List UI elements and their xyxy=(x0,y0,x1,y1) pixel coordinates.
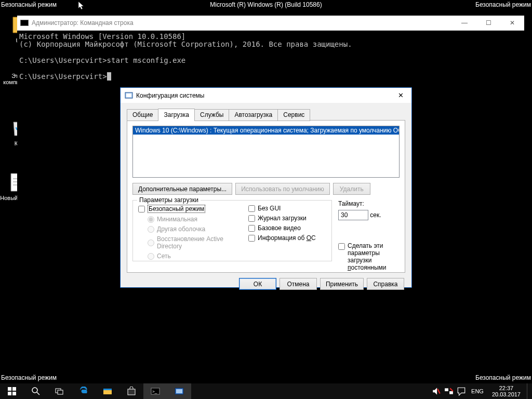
advanced-options-button[interactable]: Дополнительные параметры... xyxy=(132,183,232,195)
svg-rect-21 xyxy=(445,388,448,391)
help-button[interactable]: Справка xyxy=(367,278,404,290)
taskbar-edge-icon[interactable] xyxy=(72,383,96,399)
svg-rect-4 xyxy=(126,94,131,97)
dialog-title: Конфигурация системы xyxy=(136,92,390,99)
safeboot-checkbox[interactable] xyxy=(138,206,145,212)
svg-line-20 xyxy=(437,389,440,394)
tab-services[interactable]: Службы xyxy=(194,109,229,121)
msconfig-dialog: Конфигурация системы ✕ Общие Загрузка Сл… xyxy=(120,87,412,288)
timeout-input[interactable] xyxy=(338,210,368,220)
timeout-label: Таймаут: xyxy=(338,200,400,207)
close-button[interactable]: ✕ xyxy=(500,16,524,31)
ok-button[interactable]: ОК xyxy=(239,278,276,290)
taskbar-msconfig-icon[interactable] xyxy=(167,383,191,399)
delete-button: Удалить xyxy=(333,183,370,195)
minimize-button[interactable]: — xyxy=(453,16,476,31)
tray-network-icon[interactable] xyxy=(444,387,454,396)
dialog-close-button[interactable]: ✕ xyxy=(390,88,411,103)
start-button[interactable] xyxy=(0,383,24,399)
mouse-cursor-icon xyxy=(78,2,85,11)
svg-rect-19 xyxy=(176,389,182,393)
cancel-button[interactable]: Отмена xyxy=(280,278,317,290)
svg-point-9 xyxy=(32,388,37,393)
safemode-label-bl: Безопасный режим xyxy=(1,374,57,381)
boot-entries-listbox[interactable]: Windows 10 (C:\Windows) : Текущая операц… xyxy=(132,126,400,178)
search-button[interactable] xyxy=(24,383,48,399)
tab-general[interactable]: Общие xyxy=(127,109,158,121)
tab-tools[interactable]: Сервис xyxy=(277,109,310,121)
boot-options-legend: Параметры загрузки xyxy=(137,196,201,204)
svg-rect-22 xyxy=(449,391,453,394)
svg-text:>_: >_ xyxy=(152,389,157,394)
safemode-label-tr: Безопасный режим xyxy=(475,1,531,8)
svg-line-23 xyxy=(450,388,453,391)
svg-rect-6 xyxy=(12,387,16,391)
svg-rect-12 xyxy=(58,390,63,394)
apply-button[interactable]: Применить xyxy=(320,278,364,290)
windows-watermark: Microsoft (R) Windows (R) (Build 10586) xyxy=(210,1,322,8)
tray-action-center-icon[interactable] xyxy=(457,387,466,396)
set-default-button: Использовать по умолчанию xyxy=(235,183,330,195)
svg-rect-7 xyxy=(8,392,11,395)
tray-language[interactable]: ENG xyxy=(469,388,486,394)
svg-line-10 xyxy=(37,392,39,395)
tray-volume-icon[interactable] xyxy=(432,387,441,396)
taskbar-cmd-icon[interactable]: >_ xyxy=(143,383,167,399)
svg-rect-14 xyxy=(103,389,112,390)
boot-entry-selected[interactable]: Windows 10 (C:\Windows) : Текущая операц… xyxy=(133,126,399,135)
svg-rect-8 xyxy=(12,392,16,395)
tab-startup[interactable]: Автозагрузка xyxy=(229,109,278,121)
cmd-title: Администратор: Командная строка xyxy=(32,19,453,26)
safemode-label-br: Безопасный режим xyxy=(475,374,531,381)
show-desktop-button[interactable] xyxy=(527,383,530,399)
bootlog-checkbox[interactable] xyxy=(248,215,255,222)
osinfo-checkbox[interactable] xyxy=(248,235,255,242)
basevideo-checkbox[interactable] xyxy=(248,225,255,232)
msconfig-icon xyxy=(125,91,133,100)
taskview-button[interactable] xyxy=(48,383,72,399)
taskbar: >_ ENG 22:37 20.03.2017 xyxy=(0,383,532,399)
safeboot-network-radio xyxy=(148,253,154,260)
safeboot-adrepair-radio xyxy=(148,240,154,246)
tab-boot[interactable]: Загрузка xyxy=(158,109,195,121)
safeboot-minimal-radio xyxy=(148,216,154,223)
nogui-checkbox[interactable] xyxy=(248,205,255,212)
cmd-icon xyxy=(20,20,29,26)
taskbar-store-icon[interactable] xyxy=(119,383,143,399)
taskbar-explorer-icon[interactable] xyxy=(96,383,119,399)
svg-rect-5 xyxy=(8,387,11,391)
tray-clock[interactable]: 22:37 20.03.2017 xyxy=(489,385,524,397)
safemode-label-tl: Безопасный режим xyxy=(1,1,57,8)
safeboot-altshell-radio xyxy=(148,226,154,233)
make-permanent-checkbox[interactable] xyxy=(338,243,345,250)
maximize-button[interactable]: ☐ xyxy=(476,16,500,31)
svg-rect-15 xyxy=(128,389,135,395)
